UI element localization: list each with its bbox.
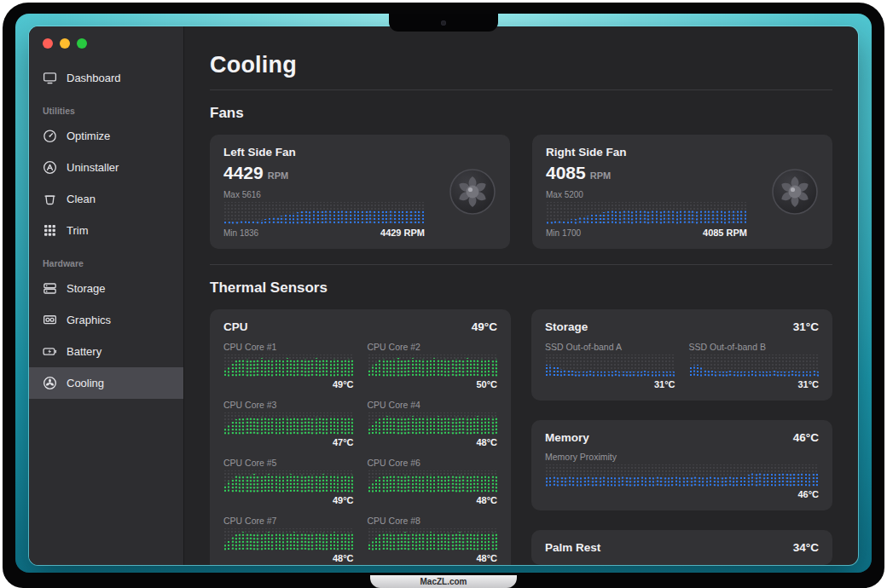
cpu-core-cell: CPU Core #6 48°C — [368, 458, 498, 505]
thermal-grid: CPU 49°C CPU Core #1 49°C — [210, 309, 832, 565]
fan-history-chart — [223, 202, 425, 224]
sidebar-item-label: Clean — [67, 193, 96, 205]
grid-icon — [41, 222, 58, 239]
core-label: CPU Core #5 — [223, 458, 354, 468]
core-label: CPU Core #1 — [223, 342, 354, 352]
divider — [210, 89, 832, 90]
core-temp: 49°C — [223, 495, 354, 505]
core-chart — [368, 528, 498, 551]
core-temp: 50°C — [368, 379, 498, 389]
page-title: Cooling — [210, 52, 832, 78]
core-temp: 48°C — [368, 495, 498, 505]
sensor-name: Memory — [545, 431, 589, 444]
sub-temp: 31°C — [545, 379, 675, 389]
sensor-card-palm-rest: Palm Rest 34°C — [531, 530, 832, 565]
zoom-button[interactable] — [77, 38, 87, 49]
sidebar-item-label: Dashboard — [67, 72, 121, 84]
sidebar-item-graphics[interactable]: Graphics — [29, 304, 183, 336]
core-label: CPU Core #4 — [368, 400, 498, 410]
cpu-core-cell: CPU Core #3 47°C — [223, 400, 354, 447]
sidebar-item-cooling[interactable]: Cooling — [29, 367, 183, 399]
sidebar-item-label: Trim — [67, 224, 89, 237]
fan-current-label: 4085 RPM — [703, 228, 747, 238]
core-chart — [223, 355, 354, 377]
fan-icon — [41, 375, 58, 392]
sub-chart — [545, 355, 675, 377]
sensor-temp: 34°C — [793, 541, 819, 554]
gauge-icon — [41, 128, 58, 145]
sidebar-item-trim[interactable]: Trim — [29, 215, 183, 246]
cpu-core-cell: CPU Core #5 49°C — [223, 458, 354, 505]
sidebar-item-battery[interactable]: Battery — [29, 336, 183, 367]
storage-sub-cell: SSD Out-of-band A 31°C — [545, 342, 675, 389]
bucket-icon — [41, 191, 58, 208]
cpu-core-cell: CPU Core #1 49°C — [223, 342, 354, 389]
core-chart — [223, 412, 354, 435]
core-label: CPU Core #3 — [223, 400, 354, 410]
fan-min-label: Min 1836 — [223, 228, 258, 238]
sidebar-item-label: Cooling — [67, 377, 104, 389]
sensor-name: Palm Rest — [545, 541, 600, 554]
laptop-screen: Dashboard Utilities Optimize — [15, 14, 872, 573]
core-chart — [368, 470, 498, 493]
core-temp: 48°C — [368, 553, 498, 563]
cpu-core-cell: CPU Core #7 48°C — [223, 516, 354, 563]
fan-name: Right Side Fan — [546, 146, 747, 159]
sub-chart — [689, 355, 820, 377]
sub-label: SSD Out-of-band B — [689, 342, 820, 352]
sidebar-item-label: Uninstaller — [67, 161, 119, 174]
sensor-temp: 49°C — [472, 320, 497, 333]
storage-sub-cell: SSD Out-of-band B 31°C — [689, 342, 820, 389]
core-chart — [223, 528, 354, 551]
fan-history-chart — [546, 202, 747, 224]
sensor-temp: 46°C — [793, 431, 819, 444]
sidebar-section-utilities: Utilities — [29, 94, 183, 120]
sensor-card-storage: Storage 31°C SSD Out-of-band A 31°C — [531, 309, 832, 401]
fan-card-right: Right Side Fan 4085 RPM Max 5200 Min 170… — [532, 135, 832, 249]
sidebar-item-label: Storage — [67, 282, 106, 295]
memory-sub-cell: Memory Proximity 46°C — [545, 452, 819, 499]
sidebar-item-uninstaller[interactable]: Uninstaller — [29, 152, 183, 183]
fan-min-label: Min 1700 — [546, 228, 581, 238]
sidebar-item-storage[interactable]: Storage — [29, 273, 183, 304]
core-chart — [368, 355, 498, 377]
sub-label: SSD Out-of-band A — [545, 342, 675, 352]
main-content[interactable]: Cooling Fans Left Side Fan 4429 RPM — [184, 26, 858, 565]
sidebar-item-clean[interactable]: Clean — [29, 183, 183, 215]
fan-rpm-unit: RPM — [268, 170, 288, 181]
laptop-bezel: Dashboard Utilities Optimize — [3, 3, 884, 588]
display-icon — [41, 70, 58, 87]
thermal-heading: Thermal Sensors — [210, 280, 832, 297]
sidebar-item-label: Graphics — [67, 314, 111, 326]
gpu-icon — [41, 312, 58, 329]
watermark: MacZL.com — [420, 577, 467, 586]
core-label: CPU Core #8 — [368, 516, 498, 526]
fan-badge-icon — [437, 146, 496, 238]
fan-max-label: Max 5616 — [223, 190, 425, 199]
core-label: CPU Core #7 — [223, 516, 354, 526]
battery-icon — [41, 343, 58, 360]
display-notch — [389, 14, 498, 32]
fan-rpm-unit: RPM — [590, 170, 611, 181]
fans-grid: Left Side Fan 4429 RPM Max 5616 Min 1836… — [210, 135, 832, 249]
core-temp: 48°C — [368, 437, 498, 447]
close-button[interactable] — [43, 38, 53, 49]
cpu-core-cell: CPU Core #2 50°C — [368, 342, 498, 389]
sub-chart — [545, 464, 819, 487]
core-chart — [223, 470, 354, 493]
minimize-button[interactable] — [60, 38, 70, 49]
sidebar-nav: Dashboard Utilities Optimize — [29, 62, 183, 399]
sub-label: Memory Proximity — [545, 452, 819, 462]
sidebar-item-dashboard[interactable]: Dashboard — [29, 62, 183, 94]
cpu-core-cell: CPU Core #8 48°C — [368, 516, 498, 563]
sidebar-item-optimize[interactable]: Optimize — [29, 120, 183, 152]
cpu-core-cell: CPU Core #4 48°C — [368, 400, 498, 447]
sidebar: Dashboard Utilities Optimize — [29, 26, 184, 565]
appstore-icon — [41, 159, 58, 176]
core-temp: 48°C — [223, 553, 354, 563]
sidebar-item-label: Optimize — [67, 130, 110, 142]
server-icon — [41, 280, 58, 297]
core-label: CPU Core #2 — [368, 342, 498, 352]
sub-temp: 46°C — [545, 489, 819, 499]
app-window: Dashboard Utilities Optimize — [29, 26, 858, 565]
